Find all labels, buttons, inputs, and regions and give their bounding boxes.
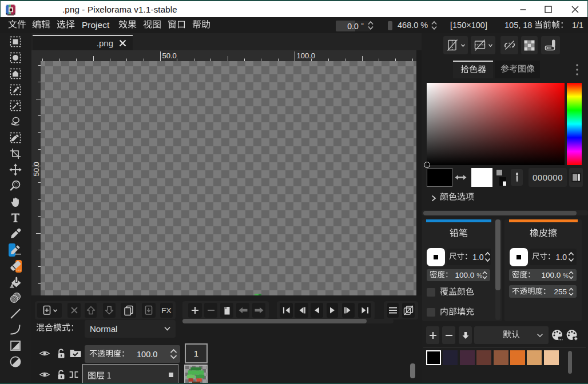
add-frame-button[interactable] xyxy=(188,303,202,318)
palette-vscrollbar[interactable] xyxy=(568,351,572,374)
layer-lock-icon[interactable] xyxy=(57,369,66,380)
palette-select-dropdown[interactable] xyxy=(474,326,549,344)
tool-rectangle[interactable] xyxy=(9,339,22,353)
palette-swatch-2[interactable] xyxy=(460,350,475,365)
tool-pan[interactable] xyxy=(9,195,22,209)
picker-hscrollbar[interactable] xyxy=(423,211,577,215)
color-options-expander[interactable] xyxy=(431,195,436,202)
layer-visibility-icon[interactable] xyxy=(39,370,50,379)
move-layer-up-button[interactable] xyxy=(85,303,97,318)
color-options-label[interactable] xyxy=(440,193,474,202)
tab-color-picker[interactable] xyxy=(453,61,493,78)
tool-paint-select[interactable] xyxy=(9,131,22,145)
spinner-icon[interactable] xyxy=(484,251,491,262)
menu-help[interactable] xyxy=(192,17,210,33)
mirror-y-button[interactable] xyxy=(471,36,495,54)
saturation-value-picker[interactable] xyxy=(427,83,565,165)
palette-swatch-5[interactable] xyxy=(510,350,525,365)
palette-swatch-1[interactable] xyxy=(443,350,458,365)
sort-palette-button[interactable] xyxy=(459,326,472,344)
global-lock-icon[interactable] xyxy=(57,348,66,359)
tab-document[interactable]: .png xyxy=(33,35,133,50)
layer-name-field[interactable] xyxy=(82,364,178,384)
layer-opacity-slider[interactable]: 100.0 xyxy=(85,345,180,363)
add-layer-button[interactable] xyxy=(37,303,62,318)
play-backwards-button[interactable] xyxy=(311,303,323,318)
tool-curve[interactable] xyxy=(9,323,22,337)
alpha-lock-button[interactable] xyxy=(521,36,538,54)
tool-magic-wand[interactable] xyxy=(9,99,22,113)
close-button[interactable] xyxy=(561,1,588,17)
tool-crop[interactable] xyxy=(9,147,22,161)
panel-menu-icon[interactable] xyxy=(575,63,579,76)
spinner-icon[interactable] xyxy=(568,251,574,262)
primary-color-swatch[interactable] xyxy=(427,168,452,187)
canvas-viewport[interactable] xyxy=(41,61,416,295)
eraser-opacity-slider[interactable]: 255 xyxy=(509,285,577,298)
tool-eraser[interactable] xyxy=(9,259,22,273)
tool-ellipse-select[interactable] xyxy=(9,51,22,65)
new-palette-icon[interactable] xyxy=(566,329,578,341)
remove-color-button[interactable] xyxy=(442,326,455,344)
palette-swatch-3[interactable] xyxy=(476,350,491,365)
tool-rectangle-select[interactable] xyxy=(9,35,22,49)
tool-line[interactable] xyxy=(9,307,22,321)
delete-layer-button[interactable] xyxy=(67,303,81,318)
move-frame-right-button[interactable] xyxy=(252,303,265,318)
tool-polygon-select[interactable] xyxy=(9,67,22,81)
minimize-button[interactable] xyxy=(509,1,537,17)
eraser-density-slider[interactable]: 100.0 % xyxy=(509,269,577,281)
rotation-spinner[interactable] xyxy=(367,21,375,30)
move-frame-left-button[interactable] xyxy=(236,303,249,318)
screen-color-picker-button[interactable] xyxy=(511,169,523,186)
tool-text[interactable] xyxy=(9,211,22,225)
spinner-icon[interactable] xyxy=(569,271,574,279)
play-button[interactable] xyxy=(327,303,338,318)
edit-palette-icon[interactable] xyxy=(551,329,563,341)
maximize-button[interactable] xyxy=(534,1,562,17)
swap-colors-icon[interactable] xyxy=(454,174,467,181)
opacity-spinner-icon[interactable] xyxy=(170,349,177,359)
secondary-color-swatch[interactable] xyxy=(471,168,492,187)
eraser-size-spinbox[interactable]: 1.0 xyxy=(530,249,577,265)
expand-layers-icon[interactable] xyxy=(69,349,82,358)
menu-view[interactable] xyxy=(143,17,161,33)
vertical-ruler[interactable]: 50.0 xyxy=(31,61,41,295)
tool-pencil[interactable] xyxy=(9,243,22,257)
blend-mode-dropdown[interactable]: Normal xyxy=(85,320,176,338)
pencil-size-spinbox[interactable]: 1.0 xyxy=(447,249,491,265)
next-frame-button[interactable] xyxy=(342,303,355,318)
timeline-settings-button[interactable] xyxy=(387,303,399,318)
tool-move[interactable] xyxy=(9,163,22,177)
move-layer-down-button[interactable] xyxy=(103,303,116,318)
merge-layer-button[interactable] xyxy=(142,303,156,318)
stamp-button[interactable] xyxy=(541,36,560,54)
menu-window[interactable] xyxy=(168,17,186,33)
global-visibility-icon[interactable] xyxy=(39,349,50,358)
add-color-button[interactable] xyxy=(426,326,439,344)
pencil-density-slider[interactable]: 100.0 % xyxy=(427,269,490,281)
palette-swatch-4[interactable] xyxy=(494,350,508,365)
tool-shading[interactable] xyxy=(9,291,22,305)
menu-project[interactable]: Project xyxy=(82,17,109,33)
palette-swatch-6[interactable] xyxy=(527,350,542,365)
fill-inside-checkbox[interactable] xyxy=(427,308,435,317)
horizontal-ruler[interactable]: 50.0100.0 xyxy=(31,50,416,61)
timeline-vscrollbar[interactable] xyxy=(410,363,415,378)
menu-select[interactable] xyxy=(57,17,75,33)
onion-skinning-button[interactable] xyxy=(402,303,415,318)
clone-frame-button[interactable] xyxy=(220,303,233,318)
previous-frame-button[interactable] xyxy=(295,303,308,318)
zoom-value[interactable]: 468.0 % xyxy=(398,17,428,33)
tool-color-select[interactable] xyxy=(9,83,22,97)
overwrite-color-checkbox[interactable] xyxy=(427,288,435,297)
hex-color-input[interactable]: 000000 xyxy=(529,168,567,187)
timeline-hscrollbar[interactable] xyxy=(182,319,367,323)
mirror-x-button[interactable] xyxy=(443,36,468,54)
pencil-scrollbar[interactable] xyxy=(495,219,500,290)
color-picker-handle[interactable] xyxy=(424,162,430,168)
clone-layer-button[interactable] xyxy=(121,303,136,318)
default-colors-icon[interactable] xyxy=(496,170,506,186)
frame-cel-thumbnail[interactable] xyxy=(184,365,208,384)
eraser-brush-preview[interactable] xyxy=(510,248,528,266)
